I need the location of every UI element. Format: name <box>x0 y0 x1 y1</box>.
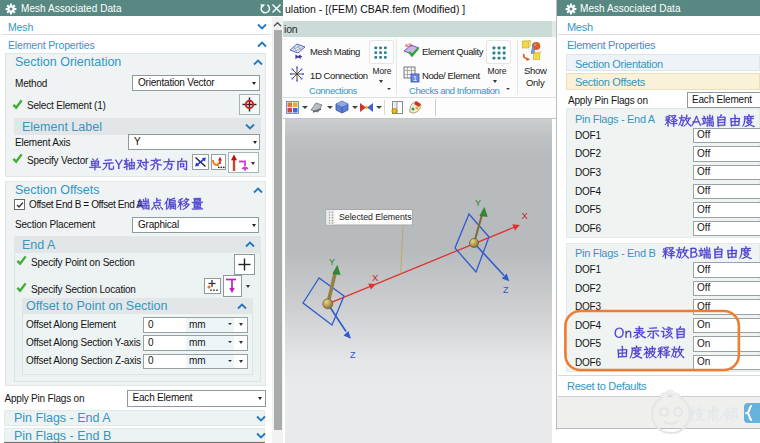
svg-text:Selected Elements: Selected Elements <box>339 212 412 222</box>
svg-text:a/b: a/b <box>405 42 412 48</box>
svg-text:1: 1 <box>413 75 417 82</box>
svg-text:Y: Y <box>329 257 335 267</box>
svg-text:X: X <box>522 210 529 221</box>
svg-text:Z: Z <box>350 350 356 360</box>
svg-text:Z: Z <box>503 285 509 295</box>
svg-text:X: X <box>372 272 379 283</box>
svg-text:Y: Y <box>475 197 481 207</box>
